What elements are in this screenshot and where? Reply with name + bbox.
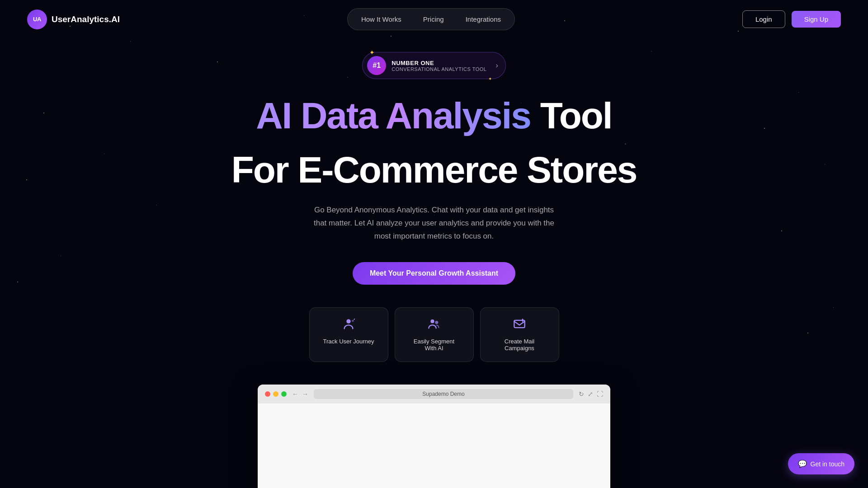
segment-icon bbox=[428, 318, 440, 333]
feature-card-segment[interactable]: Easily Segment With AI bbox=[395, 307, 474, 362]
svg-point-4 bbox=[435, 321, 438, 324]
svg-line-2 bbox=[354, 319, 355, 319]
subheadline: For E-Commerce Stores bbox=[231, 149, 637, 191]
navbar: UA UserAnalytics.AI How It Works Pricing… bbox=[0, 0, 868, 38]
browser-bar: ← → Supademo Demo ↻ ⤢ ⛶ bbox=[258, 385, 610, 404]
svg-point-0 bbox=[346, 319, 350, 323]
browser-actions: ↻ ⤢ ⛶ bbox=[579, 390, 603, 398]
star-deco-2: ✦ bbox=[488, 76, 492, 81]
feature-label-mail: Create Mail Campaigns bbox=[493, 338, 546, 352]
browser-refresh-icon[interactable]: ↻ bbox=[579, 390, 584, 398]
logo[interactable]: UA UserAnalytics.AI bbox=[27, 9, 120, 29]
browser-dots bbox=[265, 391, 287, 397]
browser-forward-icon[interactable]: → bbox=[302, 390, 308, 398]
mail-icon bbox=[513, 318, 526, 333]
badge-text: NUMBER ONE CONVERSATIONAL ANALYTICS TOOL bbox=[392, 60, 486, 72]
browser-nav: ← → bbox=[292, 390, 308, 398]
chat-icon: 💬 bbox=[798, 460, 807, 468]
headline: AI Data Analysis Tool bbox=[256, 95, 612, 136]
badge-title: NUMBER ONE bbox=[392, 60, 486, 66]
logo-icon: UA bbox=[27, 9, 47, 29]
badge[interactable]: ✦ ✦ #1 NUMBER ONE CONVERSATIONAL ANALYTI… bbox=[362, 52, 505, 79]
headline-gradient-text: AI Data Analysis bbox=[256, 95, 531, 136]
browser-url-bar[interactable]: Supademo Demo bbox=[314, 389, 573, 399]
hero-description: Go Beyond Anonymous Analytics. Chat with… bbox=[312, 204, 556, 243]
hero-section: ✦ ✦ #1 NUMBER ONE CONVERSATIONAL ANALYTI… bbox=[0, 38, 868, 488]
browser-window: ← → Supademo Demo ↻ ⤢ ⛶ bbox=[258, 385, 610, 488]
star-deco-1: ✦ bbox=[369, 49, 375, 56]
feature-cards: Track User Journey Easily Segment With A… bbox=[309, 307, 559, 362]
chat-label: Get in touch bbox=[811, 460, 845, 468]
browser-dot-green[interactable] bbox=[281, 391, 287, 397]
nav-link-pricing[interactable]: Pricing bbox=[413, 11, 454, 27]
signup-button[interactable]: Sign Up bbox=[792, 11, 841, 28]
nav-link-how-it-works[interactable]: How It Works bbox=[351, 11, 411, 27]
badge-subtitle: CONVERSATIONAL ANALYTICS TOOL bbox=[392, 66, 486, 72]
svg-point-1 bbox=[352, 320, 354, 322]
feature-label-track: Track User Journey bbox=[323, 338, 374, 345]
feature-label-segment: Easily Segment With AI bbox=[408, 338, 461, 352]
browser-external-icon[interactable]: ⤢ bbox=[588, 390, 593, 398]
cta-button[interactable]: Meet Your Personal Growth Assistant bbox=[353, 262, 515, 285]
feature-card-track-user-journey[interactable]: Track User Journey bbox=[309, 307, 388, 362]
login-button[interactable]: Login bbox=[742, 10, 785, 28]
logo-text: UserAnalytics.AI bbox=[52, 14, 120, 24]
badge-arrow: › bbox=[495, 61, 498, 70]
track-user-icon bbox=[342, 318, 355, 333]
svg-rect-5 bbox=[514, 320, 524, 328]
nav-link-integrations[interactable]: Integrations bbox=[456, 11, 511, 27]
headline-white-text: Tool bbox=[531, 95, 612, 136]
feature-card-mail[interactable]: Create Mail Campaigns bbox=[480, 307, 559, 362]
nav-actions: Login Sign Up bbox=[742, 10, 841, 28]
browser-fullscreen-icon[interactable]: ⛶ bbox=[597, 390, 603, 398]
nav-links: How It Works Pricing Integrations bbox=[347, 8, 515, 30]
browser-dot-yellow[interactable] bbox=[273, 391, 278, 397]
browser-dot-red[interactable] bbox=[265, 391, 270, 397]
browser-back-icon[interactable]: ← bbox=[292, 390, 298, 398]
badge-number: #1 bbox=[367, 56, 386, 75]
svg-point-3 bbox=[430, 319, 434, 323]
browser-content bbox=[258, 404, 610, 488]
chat-widget[interactable]: 💬 Get in touch bbox=[788, 453, 855, 474]
